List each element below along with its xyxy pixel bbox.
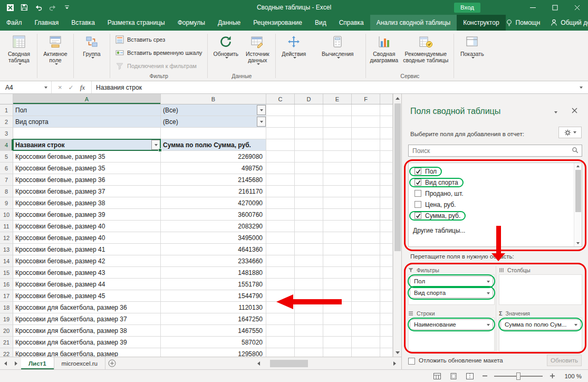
field-dropdown-icon[interactable] (487, 281, 490, 283)
zoom-slider[interactable] (494, 376, 543, 377)
cell-B5[interactable]: 2269080 (161, 151, 266, 163)
cell-C21[interactable] (266, 337, 295, 348)
cell-B10[interactable]: 3600760 (161, 209, 266, 221)
cell-A10[interactable]: Кроссовки беговые, размер 39 (13, 209, 161, 221)
cell-D10[interactable] (295, 209, 323, 221)
ribbon-tab-8[interactable]: Вид (309, 15, 333, 31)
ribbon-tab-11[interactable]: Конструктор (457, 15, 505, 31)
minimize-button[interactable] (522, 0, 544, 15)
cell-E4[interactable] (323, 139, 352, 151)
cell-partial-10[interactable] (380, 209, 393, 221)
rows-field-naimenovanie[interactable]: Наименование (410, 319, 493, 330)
filter-connections-button[interactable]: Подключения к фильтрам (112, 60, 205, 72)
cell-partial-5[interactable] (380, 151, 393, 163)
field-dropdown-icon[interactable] (487, 324, 490, 326)
scroll-up-icon[interactable] (393, 94, 401, 102)
cell-B8[interactable]: 2161170 (161, 186, 266, 197)
cell-E13[interactable] (323, 244, 352, 255)
row-header-18[interactable]: 18 (0, 302, 13, 313)
cell-F19[interactable] (352, 313, 380, 325)
row-labels-filter-dropdown[interactable] (151, 140, 160, 150)
cell-A19[interactable]: Кроссовки для баскетбола, размер 37 (13, 313, 161, 325)
zoom-in-icon[interactable] (548, 372, 556, 380)
cell-B2[interactable]: (Все) (161, 116, 266, 128)
pivot-table-button[interactable]: Сводная таблица (3, 32, 35, 66)
cell-E21[interactable] (323, 337, 352, 348)
cell-A4[interactable]: Названия строк (13, 139, 161, 151)
ribbon-tab-4[interactable]: Разметка страницы (101, 15, 171, 31)
row-header-9[interactable]: 9 (0, 197, 13, 209)
cell-E22[interactable] (323, 348, 352, 357)
cell-partial-3[interactable] (380, 128, 393, 139)
cell-B13[interactable]: 4641360 (161, 244, 266, 255)
field-checkbox[interactable] (415, 168, 421, 175)
cell-B6[interactable]: 498750 (161, 163, 266, 174)
cell-E14[interactable] (323, 255, 352, 267)
row-header-5[interactable]: 5 (0, 151, 13, 163)
cell-F9[interactable] (352, 197, 380, 209)
qat-customize-icon[interactable] (62, 3, 72, 12)
sheet-nav-right-icon[interactable] (11, 357, 21, 369)
cell-C12[interactable] (266, 232, 295, 244)
row-header-11[interactable]: 11 (0, 221, 13, 232)
filter-field-pol[interactable]: Пол (410, 276, 493, 286)
cell-B1[interactable]: (Все) (161, 104, 266, 116)
row-header-2[interactable]: 2 (0, 116, 13, 128)
row-header-13[interactable]: 13 (0, 244, 13, 255)
cell-E2[interactable] (323, 116, 352, 128)
cell-B18[interactable]: 1120130 (161, 302, 266, 313)
cell-F6[interactable] (352, 163, 380, 174)
row-header-21[interactable]: 21 (0, 337, 13, 348)
add-sheet-icon[interactable] (105, 357, 119, 369)
cell-C2[interactable] (266, 116, 295, 128)
column-header-B[interactable]: B (161, 94, 266, 104)
cell-partial-11[interactable] (380, 221, 393, 232)
select-all-corner[interactable] (0, 94, 13, 104)
column-header-partial[interactable] (380, 94, 393, 104)
filter-field-vid-sporta[interactable]: Вид спорта (410, 288, 493, 298)
zoom-out-icon[interactable] (481, 372, 488, 380)
cell-A18[interactable]: Кроссовки для баскетбола, размер 36 (13, 302, 161, 313)
cell-A11[interactable]: Кроссовки беговые, размер 40 (13, 221, 161, 232)
cell-D19[interactable] (295, 313, 323, 325)
actions-button[interactable]: Действия (278, 32, 310, 60)
cell-partial-19[interactable] (380, 313, 393, 325)
row-header-4[interactable]: 4 (0, 139, 13, 151)
ribbon-tab-5[interactable]: Формулы (171, 15, 211, 31)
group-button[interactable]: Группа (76, 32, 108, 60)
cell-B11[interactable]: 2083290 (161, 221, 266, 232)
cell-F12[interactable] (352, 232, 380, 244)
column-header-D[interactable]: D (295, 94, 323, 104)
row-header-22[interactable]: 22 (0, 348, 13, 357)
values-drop-zone[interactable]: Сумма по полю Сум... (499, 318, 582, 351)
cell-E5[interactable] (323, 151, 352, 163)
row-header-15[interactable]: 15 (0, 267, 13, 279)
cell-B16[interactable]: 1551780 (161, 279, 266, 290)
cell-F18[interactable] (352, 302, 380, 313)
insert-slicer-button[interactable]: Вставить срез (112, 34, 205, 45)
pane-close-icon[interactable] (572, 108, 577, 113)
cell-B14[interactable]: 2334660 (161, 255, 266, 267)
cell-A3[interactable] (13, 128, 161, 139)
cell-D22[interactable] (295, 348, 323, 357)
cell-partial-9[interactable] (380, 197, 393, 209)
cell-B7[interactable]: 2145680 (161, 174, 266, 186)
cell-C15[interactable] (266, 267, 295, 279)
cell-D8[interactable] (295, 186, 323, 197)
signin-button[interactable]: Вход (454, 3, 480, 13)
cell-C11[interactable] (266, 221, 295, 232)
horizontal-scroll-thumb[interactable] (270, 360, 308, 367)
field-checkbox[interactable] (415, 201, 421, 208)
cell-D1[interactable] (295, 104, 323, 116)
cell-partial-16[interactable] (380, 279, 393, 290)
cell-partial-8[interactable] (380, 186, 393, 197)
cell-C7[interactable] (266, 174, 295, 186)
cancel-icon[interactable]: × (58, 84, 62, 91)
field-checkbox[interactable] (415, 179, 421, 186)
cell-F7[interactable] (352, 174, 380, 186)
cell-C5[interactable] (266, 151, 295, 163)
cell-partial-15[interactable] (380, 267, 393, 279)
filters-drop-zone[interactable]: Пол Вид спорта (408, 274, 495, 305)
pivot-chart-button[interactable]: Сводная диаграмма (368, 32, 400, 64)
cell-C16[interactable] (266, 279, 295, 290)
